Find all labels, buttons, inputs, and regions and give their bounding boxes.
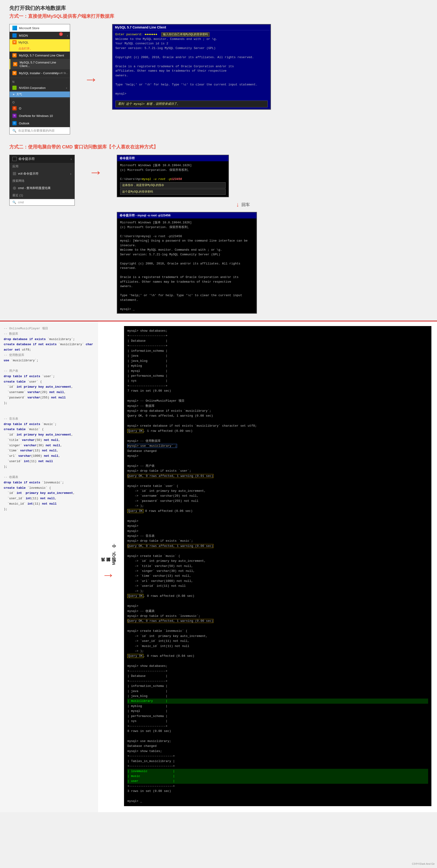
huiche-down-arrow: ↓ xyxy=(236,201,239,208)
search-placeholder: 在这里输入你要搜索的内容 xyxy=(18,129,55,133)
office-item[interactable]: O O xyxy=(9,104,70,112)
method2-right-col: 命令提示符 Microsoft Windows [版本 10.0.19044.1… xyxy=(117,155,257,314)
cmd-window-2-title: 命令提示符 - mysql -u root -p123456 xyxy=(117,212,257,218)
cmd-search-label: cmd - 查询和明显度结果 xyxy=(18,186,51,190)
cmd-terminal-2: Microsoft Windows [版本 10.0.19044.1826] (… xyxy=(117,218,257,313)
mysql-icon-1: M xyxy=(12,40,17,44)
huiche-arrow-row: ↓ 回车 xyxy=(236,201,250,208)
mysql-cli-item[interactable]: M MySQL 5.7 Command Line Client xyxy=(9,52,70,59)
store-icon xyxy=(12,26,17,30)
enter-password-label: Enter password: ●●●●●●● xyxy=(115,33,157,36)
result-terminal: mysql> show databases; +----------------… xyxy=(124,326,431,806)
vctl-item[interactable]: vctl 命令提示符 › xyxy=(9,170,75,177)
terminal-line-7: affiliates. Other names may be trademark… xyxy=(115,69,268,73)
vctl-arrow: › xyxy=(70,172,71,176)
cmd-search-value: cmd xyxy=(18,200,24,204)
cmd-arrow: › xyxy=(70,157,72,161)
terminal-line-5: Copyright (c) 2000, 2018, Oracle and/or … xyxy=(115,55,268,60)
terminal-line-4: Server version: 5.7.21-log MySQL Communi… xyxy=(115,46,268,51)
mysql-label: MySQL xyxy=(19,41,29,44)
weather-widget: ☀ 天气 xyxy=(9,92,70,97)
terminal-line-9: Type 'help;' or '\h' for help. Type '\c'… xyxy=(115,83,268,87)
copy-label-col: 将其复制粘贴到MySQL中 → xyxy=(98,321,118,812)
cmd-window-2: 命令提示符 - mysql -u root -p123456 Microsoft… xyxy=(117,212,257,314)
mysql-cli-selected-item[interactable]: M MySQL 5.7 Command Line Client... xyxy=(9,59,70,69)
bottom-section: -- OnlineMusicPlayer 项目 -- 数据库 drop data… xyxy=(0,321,437,812)
copyright: CS中©Dark And Gir xyxy=(412,862,435,866)
method1-subtitle: 方式一：直接使用MySQL提供客户端来打开数据库 xyxy=(9,13,428,19)
microsoft-store-ref: Microsoft St... xyxy=(52,72,68,74)
password-note: 输入你们自己本地MySQL的登录密码 xyxy=(162,32,209,37)
mysql-installer-item[interactable]: M MySQL Installer - Community Microsoft … xyxy=(9,69,70,77)
terminal-line-10: mysql> xyxy=(115,92,268,96)
msdn-label: MSDN xyxy=(19,34,28,37)
copy-label: 将其复制粘贴到MySQL中 xyxy=(100,551,117,565)
arrow-method1 xyxy=(84,71,98,87)
arrow-method2: → xyxy=(89,164,103,180)
cmd-search-item[interactable]: cmd - 查询和明显度结果 xyxy=(9,184,75,192)
office-icon: O xyxy=(12,106,17,111)
outlook-item[interactable]: O Outlook xyxy=(9,120,70,127)
office-label: O xyxy=(19,107,21,110)
cmd-section-app: 应用 xyxy=(9,163,75,170)
cmd-window-1-title: 命令提示符 xyxy=(117,155,228,161)
method2-subtitle: 方式二：使用电脑自带的 CMD 窗口访问数据库【个人喜欢在这种方式】 xyxy=(9,144,428,150)
mysql-icon-3: M xyxy=(13,62,17,66)
msdn-item[interactable]: MSDN 1 › xyxy=(9,32,70,39)
cmd2-line8: Oracle is a registered trademark of Orac… xyxy=(120,275,254,280)
terminal-line-1: Enter password: ●●●●●●● 输入你们自己本地MySQL的登录… xyxy=(115,32,268,37)
cmd2-line9: affiliates. Other names may be trademark… xyxy=(120,280,254,284)
cmd-header-label: 命令提示符 xyxy=(19,157,35,161)
store-label: Microsoft Store xyxy=(19,26,39,30)
terminal-line-6: Oracle is a registered trademark of Orac… xyxy=(115,64,268,69)
search-bar[interactable]: 🔍 在这里输入你要搜索的内容 xyxy=(9,127,70,134)
vctl-icon xyxy=(13,172,16,175)
terminal-line-2: Welcome to the MySQL monitor. Commands e… xyxy=(115,37,268,41)
mysql-item[interactable]: M MySQL 点击打开。 xyxy=(9,39,70,52)
nvidia-label: NVIDIA Corporation xyxy=(19,86,46,90)
msdn-badge: 1 xyxy=(59,32,63,36)
cmd-search-box: 命令提示符 › 应用 vctl 命令提示符 › 搜索网络 cmd - 查询和明显… xyxy=(9,155,75,206)
cmd2-line7: Copyright (c) 2000, 2018, Oracle and/or … xyxy=(120,261,254,271)
cmd2-line11: Type 'help;' or '\h' for help. Type '\c'… xyxy=(120,293,254,302)
nvidia-item[interactable]: NVIDIA Corporation › xyxy=(9,84,70,92)
cmd2-line10: owners. xyxy=(120,284,254,289)
method2-row: 命令提示符 › 应用 vctl 命令提示符 › 搜索网络 cmd - 查询和明显… xyxy=(9,155,428,314)
result-panel: mysql> show databases; +----------------… xyxy=(118,321,437,812)
cmd2-line1: Microsoft Windows [版本 10.0.19044.1826] xyxy=(120,220,254,225)
cmd1-line1: Microsoft Windows [版本 10.0.19044.1826] xyxy=(120,163,226,168)
cmd1-note2: 这个是MySQL的登录密码 xyxy=(120,189,226,195)
terminal-line-8: owners. xyxy=(115,73,268,78)
bottom-main: -- OnlineMusicPlayer 项目 -- 数据库 drop data… xyxy=(0,321,437,812)
vctl-label: vctl 命令提示符 xyxy=(18,172,38,176)
start-menu: Microsoft Store MSDN 1 › M MySQL 点击打开。 xyxy=(9,24,70,134)
cmd-header-icon xyxy=(12,157,17,161)
terminal-line-3: Your MySQL connection id is 2 xyxy=(115,41,268,46)
microsoft-store-item[interactable]: Microsoft Store xyxy=(9,24,70,32)
outlook-label: Outlook xyxy=(19,122,29,125)
cmd2-line4: mysql: [Warning] Using a password on the… xyxy=(120,239,254,248)
main-title: 先打开我们的本地数据库 xyxy=(9,5,428,12)
cmd-section-search: 搜索网络 xyxy=(9,177,75,184)
cmd1-line2: (c) Microsoft Corporation. 保留所有权利。 xyxy=(120,168,226,173)
cmd-terminal-1: Microsoft Windows [版本 10.0.19044.1826] (… xyxy=(117,161,228,197)
search-icon: 🔍 xyxy=(12,129,16,132)
onenote-item[interactable]: N OneNote for Windows 10 xyxy=(9,112,70,120)
cmd1-line3: C:\Users\hp>mysql -u root -p123456 xyxy=(120,177,226,182)
cmd1-note1: 这条指令，就是登录MySQL的指令 xyxy=(120,182,226,188)
msdn-arrow: › xyxy=(67,34,68,37)
section-o: O xyxy=(9,99,70,104)
onenote-icon: N xyxy=(12,114,17,118)
page-wrapper: 先打开我们的本地数据库 方式一：直接使用MySQL提供客户端来打开数据库 Mic… xyxy=(0,0,437,812)
mysql-window-title: MySQL 5.7 Command Line Client xyxy=(113,25,270,30)
cmd-search-input[interactable]: 🔍 cmd xyxy=(9,199,75,206)
copy-arrow: → xyxy=(102,567,115,582)
cmd2-line6: Server version: 5.7.21-log MySQL Communi… xyxy=(120,252,254,257)
cmd2-line3: C:\Users\hp>mysql -u root -p123456 xyxy=(120,234,254,239)
mysql-terminal-content: Enter password: ●●●●●●● 输入你们自己本地MySQL的登录… xyxy=(113,30,270,109)
onenote-label: OneNote for Windows 10 xyxy=(19,114,53,118)
cmd2-line5: Welcome to the MySQL monitor. Commands e… xyxy=(120,248,254,252)
mysql-click-hint: 点击打开。 xyxy=(19,47,32,51)
nvidia-arrow: › xyxy=(66,86,67,90)
success-note: 看到 这个 mysql> 标签，说明登录成功了。 xyxy=(115,101,268,107)
